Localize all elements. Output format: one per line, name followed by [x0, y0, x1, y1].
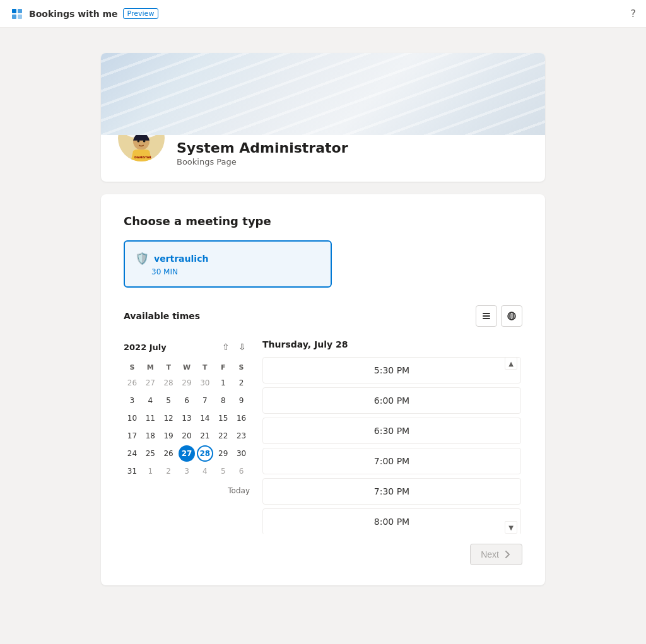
cal-day-selected[interactable]: 28: [197, 445, 213, 462]
cal-day[interactable]: 20: [179, 428, 195, 444]
scroll-down-btn[interactable]: ▼: [505, 521, 517, 534]
cal-day[interactable]: 5: [215, 463, 232, 479]
cal-day[interactable]: 1: [142, 463, 158, 479]
section-title: Choose a meeting type: [124, 214, 522, 228]
cal-day[interactable]: 22: [215, 428, 232, 444]
cal-day[interactable]: 19: [160, 428, 177, 444]
cal-day-today[interactable]: 27: [179, 445, 195, 462]
cal-day[interactable]: 9: [233, 392, 250, 409]
cal-day[interactable]: 5: [160, 392, 177, 409]
meeting-type-name: vertraulich: [154, 254, 208, 264]
cal-day[interactable]: 4: [142, 392, 158, 409]
time-slot-5[interactable]: 7:30 PM: [262, 478, 521, 505]
cal-day[interactable]: 26: [124, 375, 140, 391]
time-section: Thursday, July 28 5:30 PM 6:00 PM 6:30 P…: [262, 339, 522, 534]
time-slot-1[interactable]: 5:30 PM: [262, 357, 521, 383]
svg-point-13: [143, 140, 146, 143]
cal-day[interactable]: 25: [142, 445, 158, 462]
cal-day[interactable]: 14: [197, 410, 213, 426]
cal-day[interactable]: 28: [160, 375, 177, 391]
svg-rect-2: [12, 15, 16, 19]
cal-day[interactable]: 17: [124, 428, 140, 444]
cal-day[interactable]: 18: [142, 428, 158, 444]
profile-text: System Administrator Bookings Page: [177, 140, 348, 167]
cal-day[interactable]: 16: [233, 410, 250, 426]
cal-day[interactable]: 31: [124, 463, 140, 479]
cal-day[interactable]: 23: [233, 428, 250, 444]
cal-header-m: M: [142, 361, 159, 374]
cal-day[interactable]: 1: [215, 375, 232, 391]
cal-day[interactable]: 3: [179, 463, 195, 479]
cal-header-s2: S: [233, 361, 250, 374]
globe-icon: [507, 311, 517, 321]
calendar-week-2: 3 4 5 6 7 8 9: [124, 392, 250, 409]
meeting-type-header: 🛡️ vertraulich: [135, 252, 320, 265]
available-times-header: Available times: [124, 305, 522, 327]
globe-view-btn[interactable]: [501, 305, 522, 327]
profile-subtitle: Bookings Page: [177, 157, 348, 167]
cal-day[interactable]: 12: [160, 410, 177, 426]
profile-banner: [101, 53, 545, 135]
calendar-month-year: 2022 July: [124, 342, 167, 352]
calendar-week-6: 31 1 2 3 4 5 6: [124, 462, 250, 480]
svg-rect-17: [483, 318, 490, 319]
cal-day[interactable]: 30: [233, 445, 250, 462]
cal-day[interactable]: 2: [160, 463, 177, 479]
svg-rect-0: [12, 9, 16, 13]
app-icon: [10, 7, 24, 21]
meeting-type-icon: 🛡️: [135, 252, 149, 265]
cal-day[interactable]: 29: [215, 445, 232, 462]
profile-info: DAVESTAR System Administrator Bookings P…: [101, 135, 545, 182]
calendar-grid: S M T W T F S 26 27 28 29 30: [124, 361, 250, 480]
svg-rect-16: [483, 315, 490, 317]
help-icon[interactable]: ?: [631, 8, 637, 20]
svg-text:DAVESTAR: DAVESTAR: [134, 156, 151, 159]
calendar-week-4: 17 18 19 20 21 22 23: [124, 427, 250, 445]
time-slot-2[interactable]: 6:00 PM: [262, 387, 521, 414]
cal-day[interactable]: 6: [179, 392, 195, 409]
list-view-btn[interactable]: [476, 305, 497, 327]
calendar-week-5: 24 25 26 27 28 29 30: [124, 445, 250, 462]
cal-day[interactable]: 10: [124, 410, 140, 426]
topbar-left: Bookings with me Preview: [10, 7, 158, 21]
today-link[interactable]: Today: [124, 486, 250, 495]
cal-day[interactable]: 4: [197, 463, 213, 479]
cal-day[interactable]: 30: [197, 375, 213, 391]
next-button[interactable]: Next: [470, 544, 522, 565]
time-slot-6[interactable]: 8:00 PM: [262, 508, 521, 534]
scroll-up-btn[interactable]: ▲: [505, 357, 517, 370]
calendar-next-btn[interactable]: ⇩: [235, 339, 250, 354]
calendar-header-row: S M T W T F S: [124, 361, 250, 374]
calendar-prev-btn[interactable]: ⇧: [218, 339, 233, 354]
cal-day[interactable]: 11: [142, 410, 158, 426]
cal-header-s1: S: [124, 361, 141, 374]
time-slot-4[interactable]: 7:00 PM: [262, 448, 521, 474]
cal-day[interactable]: 21: [197, 428, 213, 444]
available-times-label: Available times: [124, 311, 200, 321]
cal-day[interactable]: 24: [124, 445, 140, 462]
svg-rect-1: [18, 9, 22, 13]
cal-day[interactable]: 8: [215, 392, 232, 409]
cal-day[interactable]: 26: [160, 445, 177, 462]
header-icons: [476, 305, 522, 327]
topbar: Bookings with me Preview ?: [0, 0, 646, 28]
list-icon: [481, 311, 491, 321]
cal-header-w: W: [179, 361, 196, 374]
cal-day[interactable]: 29: [179, 375, 195, 391]
svg-rect-15: [483, 313, 490, 314]
time-slots-scroll[interactable]: 5:30 PM 6:00 PM 6:30 PM 7:00 PM 7:30 PM …: [262, 357, 522, 534]
cal-day[interactable]: 27: [142, 375, 158, 391]
meeting-type-duration: 30 MIN: [151, 267, 320, 276]
cal-day[interactable]: 13: [179, 410, 195, 426]
time-slot-3[interactable]: 6:30 PM: [262, 418, 521, 444]
cal-day[interactable]: 2: [233, 375, 250, 391]
calendar-week-1: 26 27 28 29 30 1 2: [124, 374, 250, 392]
time-slots-container: 5:30 PM 6:00 PM 6:30 PM 7:00 PM 7:30 PM …: [262, 357, 522, 534]
cal-day[interactable]: 3: [124, 392, 140, 409]
time-section-header: Thursday, July 28: [262, 339, 522, 349]
meeting-type-option[interactable]: 🛡️ vertraulich 30 MIN: [124, 240, 332, 288]
svg-point-12: [138, 140, 140, 143]
cal-day[interactable]: 7: [197, 392, 213, 409]
cal-day[interactable]: 6: [233, 463, 250, 479]
cal-day[interactable]: 15: [215, 410, 232, 426]
